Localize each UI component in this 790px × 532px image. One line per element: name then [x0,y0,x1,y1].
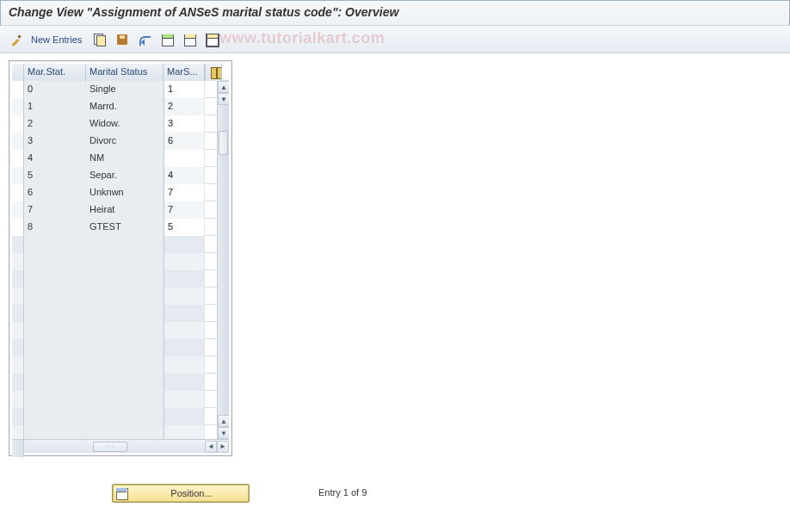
row-selector[interactable] [12,408,24,425]
table-row-empty[interactable] [12,305,217,322]
table-row-empty[interactable] [12,322,217,339]
cell-mars[interactable] [164,374,205,391]
col-header-maritalstatus[interactable]: Marital Status [86,64,164,81]
table-container: Mar.Stat. Marital Status MarS... 0Single… [9,60,232,456]
cell-mars[interactable] [164,270,205,288]
table-row-empty[interactable] [12,288,217,305]
table-row-empty[interactable] [12,408,217,425]
vscroll-thumb[interactable] [219,131,228,155]
row-selector[interactable] [12,167,24,184]
cell-mars[interactable] [164,322,205,339]
row-selector[interactable] [12,356,24,374]
row-selector[interactable] [12,288,24,305]
cell-mars[interactable] [164,253,205,270]
undo-icon [138,33,151,46]
row-selector[interactable] [12,133,24,150]
cell-mars[interactable]: 4 [164,167,205,184]
table-row-empty[interactable] [12,374,217,391]
new-entries-button[interactable]: New Entries [31,34,82,45]
cell-mars[interactable]: 7 [164,184,205,201]
row-selector[interactable] [12,115,24,133]
row-selector[interactable] [12,150,24,167]
table-row-empty[interactable] [12,339,217,356]
cell-mars[interactable] [164,305,205,322]
col-header-mars[interactable]: MarS... [164,64,205,81]
select-all-button[interactable] [157,30,176,49]
cell-mars[interactable]: 6 [164,133,205,150]
copy-as-button[interactable] [90,30,109,49]
cell-mars[interactable] [164,425,205,439]
cell-marstat: 0 [24,81,86,98]
scroll-page-down-button[interactable]: ▼ [218,427,229,439]
col-header-marstat[interactable]: Mar.Stat. [24,64,86,81]
cell-mars[interactable] [164,150,205,167]
table-row-empty[interactable] [12,270,217,288]
cell-mars[interactable] [164,356,205,374]
row-selector-header[interactable] [12,64,24,81]
table-row[interactable]: 1Marrd.2 [12,98,217,115]
scroll-up-button[interactable]: ▲ [218,81,229,93]
cell-mars[interactable] [164,236,205,253]
horizontal-scrollbar[interactable]: ∙∙∙ ◄ ► [24,440,229,453]
table-row[interactable]: 5Separ.4 [12,167,217,184]
table-row-empty[interactable] [12,356,217,374]
undo-button[interactable] [135,30,154,49]
cell-mars[interactable] [164,288,205,305]
cell-marstat: 4 [24,150,86,167]
row-selector[interactable] [12,270,24,288]
configure-columns-button[interactable] [205,64,222,81]
table-row[interactable]: 0Single1 [12,81,217,98]
row-selector[interactable] [12,322,24,339]
row-selector[interactable] [12,81,24,98]
cell-maritalstatus: NM [86,150,164,167]
delete-icon [115,33,129,46]
hscroll-thumb[interactable]: ∙∙∙ [93,442,127,452]
position-button[interactable]: Position... [112,484,250,503]
cell-marstat: 2 [24,115,86,133]
cell-maritalstatus [86,425,164,439]
vscroll-track[interactable] [218,105,229,415]
cell-mars[interactable] [164,391,205,408]
cell-mars[interactable]: 7 [164,201,205,219]
scroll-page-up-button[interactable]: ▲ [218,415,229,427]
row-selector[interactable] [12,425,24,439]
cell-mars[interactable]: 3 [164,115,205,133]
row-selector[interactable] [12,236,24,253]
cell-mars[interactable]: 5 [164,219,205,236]
scroll-down-button[interactable]: ▼ [218,93,229,105]
row-selector[interactable] [12,184,24,201]
cell-mars[interactable]: 2 [164,98,205,115]
table-row[interactable]: 2Widow.3 [12,115,217,133]
vertical-scrollbar[interactable]: ▲ ▼ ▲ ▼ [217,81,229,439]
table-row[interactable]: 6Unknwn7 [12,184,217,201]
select-block-button[interactable] [180,30,199,49]
work-area: Mar.Stat. Marital Status MarS... 0Single… [0,53,790,532]
cell-mars[interactable] [164,408,205,425]
scroll-left-button[interactable]: ◄ [205,441,217,453]
deselect-all-button[interactable] [202,30,221,49]
cell-mars[interactable]: 1 [164,81,205,98]
row-selector[interactable] [12,339,24,356]
table-row-empty[interactable] [12,391,217,408]
cell-maritalstatus [86,356,164,374]
cell-maritalstatus [86,305,164,322]
delete-button[interactable] [113,30,132,49]
row-selector[interactable] [12,201,24,219]
row-selector[interactable] [12,391,24,408]
table-row[interactable]: 7Heirat7 [12,201,217,219]
other-view-button[interactable] [7,30,26,49]
table-row[interactable]: 4NM [12,150,217,167]
row-selector[interactable] [12,253,24,270]
table-row-empty[interactable] [12,236,217,253]
table-row[interactable]: 3Divorc6 [12,133,217,150]
cell-mars[interactable] [164,339,205,356]
scroll-right-button[interactable]: ► [217,441,229,453]
row-selector[interactable] [12,219,24,236]
row-selector[interactable] [12,98,24,115]
cell-maritalstatus [86,236,164,253]
table-row-empty[interactable] [12,425,217,439]
row-selector[interactable] [12,374,24,391]
table-row[interactable]: 8GTEST5 [12,219,217,236]
table-row-empty[interactable] [12,253,217,270]
row-selector[interactable] [12,305,24,322]
